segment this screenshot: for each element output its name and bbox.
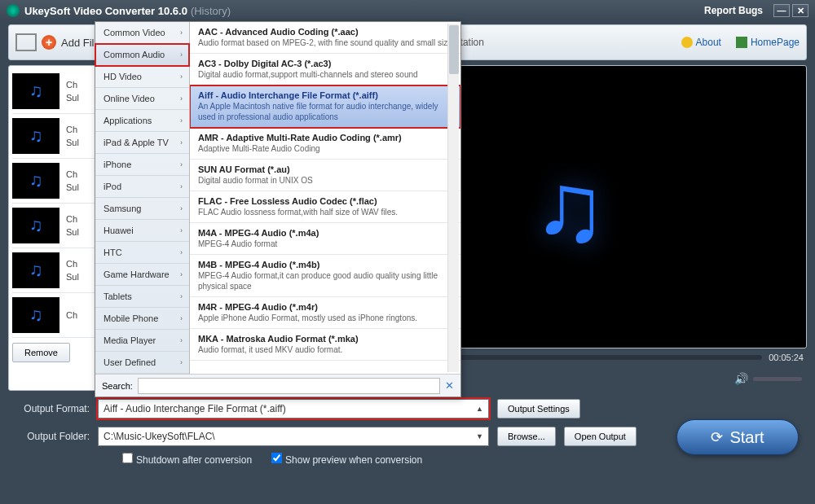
category-mobile-phone[interactable]: Mobile Phone›: [95, 308, 189, 330]
volume-icon[interactable]: 🔊: [734, 372, 748, 385]
music-note-icon: ♫: [29, 260, 43, 281]
music-note-icon: ♫: [29, 170, 43, 191]
category-samsung[interactable]: Samsung›: [95, 198, 189, 220]
output-folder-combo[interactable]: C:\Music-UkeySoft\FLAC\ ▼: [98, 427, 489, 446]
file-thumbnail: ♫: [12, 208, 59, 243]
file-thumbnail: ♫: [12, 163, 59, 199]
output-folder-label: Output Folder:: [8, 431, 90, 442]
output-format-value: Aiff - Audio Interchange File Format (*.…: [104, 403, 286, 414]
close-button[interactable]: ✕: [792, 4, 808, 17]
format-option[interactable]: M4B - MPEG-4 Audio (*.m4b)MPEG-4 Audio f…: [190, 255, 460, 297]
chevron-right-icon: ›: [180, 248, 183, 256]
format-option[interactable]: Aiff - Audio Interchange File Format (*.…: [190, 85, 460, 128]
shutdown-checkbox[interactable]: Shutdown after conversion: [122, 453, 252, 466]
scrollbar[interactable]: [447, 24, 459, 372]
time-total: 00:05:24: [769, 353, 804, 362]
clear-search-icon[interactable]: ✕: [445, 379, 454, 392]
chevron-right-icon: ›: [180, 336, 183, 344]
format-option[interactable]: MKA - Matroska Audio Format (*.mka)Audio…: [190, 329, 460, 361]
format-option[interactable]: AAC - Advanced Audio Coding (*.aac)Audio…: [190, 22, 460, 54]
file-thumbnail: ♫: [12, 118, 59, 154]
file-thumbnail: ♫: [12, 252, 59, 288]
browse-button[interactable]: Browse...: [497, 427, 556, 446]
chevron-right-icon: ›: [180, 72, 183, 81]
category-game-hardware[interactable]: Game Hardware›: [95, 264, 189, 286]
format-option[interactable]: AMR - Adaptive Multi-Rate Audio Coding (…: [190, 128, 460, 160]
format-dropdown: Common Video›Common Audio›HD Video›Onlin…: [95, 21, 461, 397]
about-link[interactable]: About: [681, 37, 721, 48]
format-option[interactable]: M4A - MPEG-4 Audio (*.m4a)MPEG-4 Audio f…: [190, 223, 460, 255]
category-media-player[interactable]: Media Player›: [95, 330, 189, 352]
category-ipad-apple-tv[interactable]: iPad & Apple TV›: [95, 132, 189, 154]
start-button[interactable]: ⟳ Start: [676, 419, 799, 455]
chevron-down-icon: ▼: [476, 432, 483, 440]
open-output-button[interactable]: Open Output: [564, 427, 637, 446]
category-common-audio[interactable]: Common Audio›: [95, 44, 189, 66]
about-icon: [681, 37, 693, 48]
app-title: UkeySoft Video Converter 10.6.0: [24, 5, 187, 17]
chevron-right-icon: ›: [180, 204, 183, 213]
chevron-right-icon: ›: [180, 270, 183, 278]
chevron-right-icon: ›: [180, 28, 183, 37]
category-hd-video[interactable]: HD Video›: [95, 66, 189, 88]
format-option[interactable]: FLAC - Free Lossless Audio Codec (*.flac…: [190, 191, 460, 223]
chevron-right-icon: ›: [180, 226, 183, 234]
music-note-icon: ♫: [29, 215, 43, 236]
format-option[interactable]: AC3 - Dolby Digital AC-3 (*.ac3)Digital …: [190, 54, 460, 85]
show-preview-checkbox[interactable]: Show preview when conversion: [271, 453, 422, 466]
refresh-icon: ⟳: [711, 428, 723, 446]
category-common-video[interactable]: Common Video›: [95, 22, 189, 44]
category-user-defined[interactable]: User Defined›: [95, 352, 189, 374]
search-label: Search:: [102, 381, 133, 391]
category-htc[interactable]: HTC›: [95, 242, 189, 264]
output-format-combo[interactable]: Aiff - Audio Interchange File Format (*.…: [98, 399, 489, 419]
minimize-button[interactable]: —: [773, 4, 790, 17]
chevron-right-icon: ›: [180, 160, 183, 169]
film-icon: [15, 33, 37, 51]
format-search-row: Search: ✕: [95, 374, 460, 397]
chevron-right-icon: ›: [180, 292, 183, 300]
category-iphone[interactable]: iPhone›: [95, 154, 189, 176]
chevron-right-icon: ›: [180, 138, 183, 147]
plus-icon: +: [42, 35, 56, 50]
category-ipod[interactable]: iPod›: [95, 176, 189, 198]
category-online-video[interactable]: Online Video›: [95, 88, 189, 110]
history-link[interactable]: (History): [191, 5, 231, 17]
category-applications[interactable]: Applications›: [95, 110, 189, 132]
scroll-thumb[interactable]: [449, 25, 459, 74]
app-logo-icon: [7, 4, 20, 17]
report-bugs-link[interactable]: Report Bugs: [704, 5, 763, 16]
titlebar: UkeySoft Video Converter 10.6.0 (History…: [0, 0, 815, 21]
chevron-right-icon: ›: [180, 314, 183, 322]
search-input[interactable]: [138, 378, 440, 394]
home-icon: [736, 37, 747, 48]
remove-button[interactable]: Remove: [12, 343, 70, 362]
category-huawei[interactable]: Huawei›: [95, 220, 189, 242]
format-option[interactable]: M4R - MPEG-4 Audio (*.m4r)Apple iPhone A…: [190, 297, 460, 329]
format-categories: Common Video›Common Audio›HD Video›Onlin…: [95, 22, 190, 397]
file-thumbnail: ♫: [12, 73, 59, 109]
format-list: AAC - Advanced Audio Coding (*.aac)Audio…: [190, 22, 460, 372]
chevron-up-icon: ▲: [476, 405, 483, 413]
music-note-icon: ♫: [29, 305, 43, 326]
music-note-icon: ♫: [29, 81, 43, 102]
volume-slider[interactable]: [753, 377, 802, 381]
category-tablets[interactable]: Tablets›: [95, 286, 189, 308]
chevron-right-icon: ›: [180, 358, 183, 366]
music-note-icon: ♫: [29, 125, 43, 147]
format-option[interactable]: SUN AU Format (*.au)Digital audio format…: [190, 160, 460, 191]
output-settings-button[interactable]: Output Settings: [497, 399, 580, 419]
file-thumbnail: ♫: [12, 297, 59, 333]
music-note-icon: ♫: [533, 151, 606, 263]
chevron-right-icon: ›: [180, 50, 183, 59]
output-folder-value: C:\Music-UkeySoft\FLAC\: [104, 431, 215, 442]
chevron-right-icon: ›: [180, 116, 183, 125]
chevron-right-icon: ›: [180, 182, 183, 191]
output-format-label: Output Format:: [8, 403, 90, 414]
homepage-link[interactable]: HomePage: [736, 37, 800, 48]
chevron-right-icon: ›: [180, 94, 183, 103]
